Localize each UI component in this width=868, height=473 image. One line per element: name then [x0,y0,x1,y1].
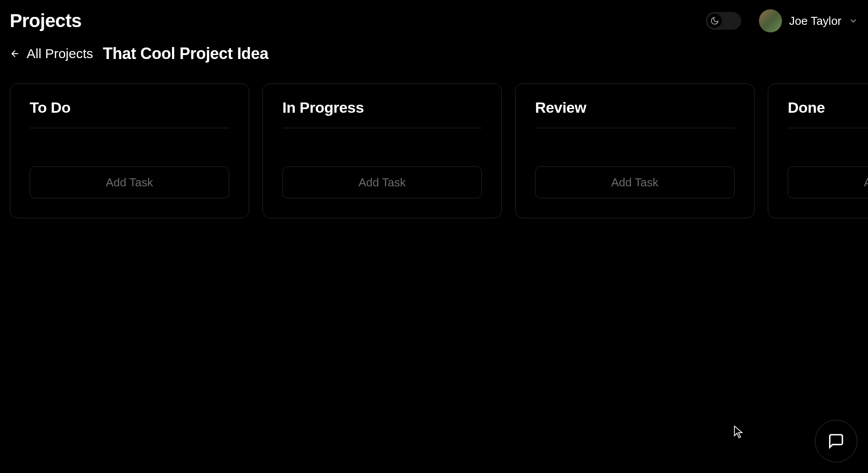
user-menu[interactable]: Joe Taylor [759,9,858,32]
project-title: That Cool Project Idea [103,44,268,63]
back-link[interactable]: All Projects [10,46,93,61]
column-body: Add Task [788,128,868,198]
cursor-icon [734,426,744,439]
breadcrumb: All Projects That Cool Project Idea [0,35,868,63]
back-link-label: All Projects [27,46,93,61]
column-in-progress: In Progress Add Task [262,83,502,218]
chat-button[interactable] [815,420,857,462]
column-header: To Do [30,99,229,128]
header-right: Joe Taylor [706,9,858,32]
page-title: Projects [10,10,82,32]
column-body: Add Task [535,128,735,198]
user-name: Joe Taylor [789,14,841,28]
column-todo: To Do Add Task [10,83,249,218]
add-task-button[interactable]: Add Task [535,166,735,198]
column-review: Review Add Task [515,83,755,218]
arrow-left-icon [10,48,20,59]
chevron-down-icon [848,16,858,26]
chat-icon [828,433,845,449]
column-header: In Progress [282,99,482,128]
column-header: Done [788,99,868,128]
column-body: Add Task [282,128,482,198]
moon-icon [710,16,719,25]
board: To Do Add Task In Progress Add Task Revi… [0,63,868,218]
header: Projects Joe Taylor [0,0,868,35]
column-header: Review [535,99,735,128]
add-task-button[interactable]: Add Task [788,166,868,198]
add-task-button[interactable]: Add Task [282,166,482,198]
column-done: Done Add Task [768,83,868,218]
theme-toggle-knob [708,14,722,28]
add-task-button[interactable]: Add Task [30,166,229,198]
column-body: Add Task [30,128,229,198]
theme-toggle[interactable] [706,12,741,30]
avatar [759,9,782,32]
